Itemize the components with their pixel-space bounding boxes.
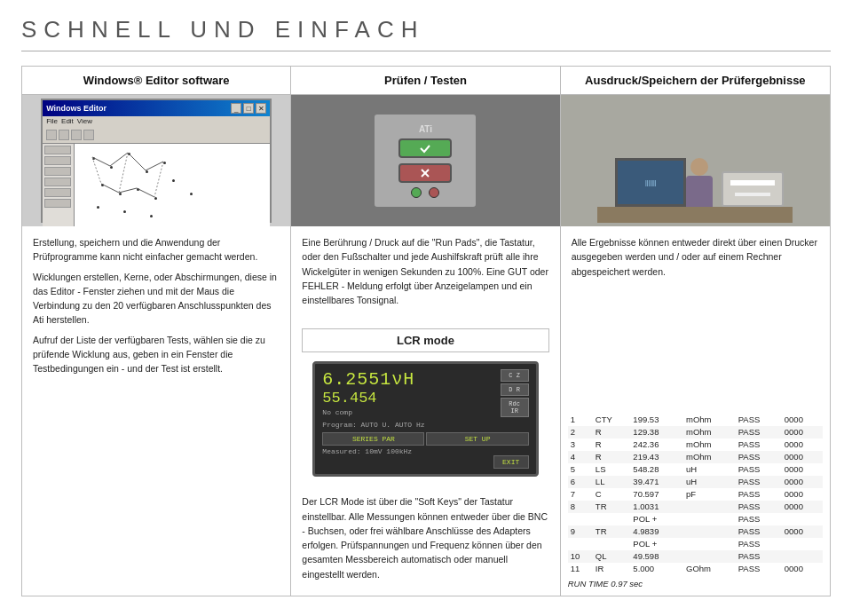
col-windows-editor: Windows® Editor software Windows Editor … xyxy=(22,67,291,596)
toolbar-btn-3[interactable] xyxy=(71,130,82,140)
lcr-rdcir-btn: Rdc IR xyxy=(501,398,529,417)
sidebar-btn-4[interactable] xyxy=(44,178,71,186)
result-status: PASS xyxy=(736,463,782,476)
sidebar-btn-6[interactable] xyxy=(44,199,71,208)
col-ausdruck-body: Alle Ergebnisse können entweder direkt ü… xyxy=(561,226,830,403)
toolbar-btn-4[interactable] xyxy=(83,130,94,140)
result-value: 548.28 xyxy=(630,463,683,476)
result-row-num: 9 xyxy=(568,525,593,538)
svg-line-5 xyxy=(119,188,137,193)
results-section: 1CTY199.53mOhmPASS00002R129.38mOhmPASS00… xyxy=(561,403,830,596)
svg-line-6 xyxy=(137,188,154,197)
table-row: 5LS548.28uHPASS0000 xyxy=(568,463,823,476)
win-maximize-btn[interactable]: □ xyxy=(243,103,254,114)
result-value: 219.43 xyxy=(630,451,683,463)
person-at-computer: ||||||| xyxy=(597,99,793,223)
result-type: LL xyxy=(593,476,631,488)
result-unit: uH xyxy=(683,463,736,476)
result-status: PASS xyxy=(736,563,782,575)
lcr-program: Program: AUTO U. AUTO Hz xyxy=(322,421,528,429)
lcr-para-1: Der LCR Mode ist über die "Soft Keys" de… xyxy=(302,494,548,581)
result-code: 0000 xyxy=(782,488,823,501)
lcr-values: 6.2551νH 55.454 No comp xyxy=(322,369,414,416)
lcr-sub-value: 55.454 xyxy=(322,390,414,407)
prufen-image: ATi xyxy=(291,95,559,226)
sidebar-btn-1[interactable] xyxy=(44,146,71,154)
result-status: PASS xyxy=(736,451,782,463)
result-sub-label: POL + xyxy=(630,513,735,525)
diagram-svg xyxy=(75,144,270,226)
result-status: PASS xyxy=(736,426,782,438)
result-value: 1.0031 xyxy=(630,501,683,513)
result-type: R xyxy=(593,438,631,451)
result-sub-status: PASS xyxy=(736,538,782,550)
lcr-top-row: 6.2551νH 55.454 No comp C Z D R Rdc IR xyxy=(322,369,528,417)
sidebar-btn-2[interactable] xyxy=(44,156,71,165)
win-main-area xyxy=(75,144,270,226)
result-code: 0000 xyxy=(782,426,823,438)
lcr-series-par-btn[interactable]: SERIES PAR xyxy=(322,432,424,446)
windows-editor-para-3: Aufruf der Liste der verfügbaren Tests, … xyxy=(33,333,280,376)
printer-paper-2 xyxy=(735,193,770,196)
ausdruck-para-1: Alle Ergebnisse können entweder direkt ü… xyxy=(572,235,819,279)
table-row-sub: POL +PASS xyxy=(568,513,823,525)
win-content xyxy=(43,144,270,226)
prufen-para-1: Eine Berührung / Druck auf die "Run Pads… xyxy=(302,235,548,307)
win-menu-edit[interactable]: Edit xyxy=(61,117,74,125)
lcr-mode-header: LCR mode xyxy=(302,328,548,352)
win-titlebar: Windows Editor _ □ ✕ xyxy=(43,100,270,116)
svg-line-4 xyxy=(101,184,119,193)
result-type: C xyxy=(593,488,631,501)
result-code: 0000 xyxy=(782,476,823,488)
sidebar-btn-3[interactable] xyxy=(44,167,71,176)
result-value: 129.38 xyxy=(630,426,683,438)
result-sub-code-empty xyxy=(782,538,823,550)
table-row: 8TR1.0031PASS0000 xyxy=(568,501,823,513)
result-sub-empty xyxy=(568,513,631,525)
lcr-no-comp: No comp xyxy=(322,408,414,416)
toolbar-btn-2[interactable] xyxy=(59,130,69,140)
toolbar-btn-1[interactable] xyxy=(46,130,57,140)
win-menu: File Edit View xyxy=(43,116,270,126)
win-minimize-btn[interactable]: _ xyxy=(231,103,241,114)
indicator-red xyxy=(429,187,439,198)
lcr-exit-btn[interactable]: EXIT xyxy=(493,455,529,469)
result-status: PASS xyxy=(736,488,782,501)
result-row-num: 4 xyxy=(568,451,593,463)
result-code: 0000 xyxy=(782,463,823,476)
lcr-dr-btn: D R xyxy=(501,383,529,396)
lcr-display: 6.2551νH 55.454 No comp C Z D R Rdc IR P… xyxy=(312,361,538,477)
windows-editor-image: Windows Editor _ □ ✕ File Edit View xyxy=(22,95,290,226)
result-unit: pF xyxy=(683,488,736,501)
table-row: 1CTY199.53mOhmPASS0000 xyxy=(568,414,823,426)
lcr-main-value: 6.2551νH xyxy=(322,369,414,390)
result-type: TR xyxy=(593,525,631,538)
col-windows-editor-header: Windows® Editor software xyxy=(22,67,290,95)
result-unit: mOhm xyxy=(683,414,736,426)
col-ausdruck-header: Ausdruck/Speichern der Prüfergebnisse xyxy=(561,67,830,95)
device-label: ATi xyxy=(419,124,432,134)
sidebar-btn-5[interactable] xyxy=(44,188,71,197)
lcr-setup-btn[interactable]: SET UP xyxy=(426,432,528,446)
lcr-cz-btn: C Z xyxy=(501,369,529,382)
main-grid: Windows® Editor software Windows Editor … xyxy=(21,66,831,596)
result-type: LS xyxy=(593,463,631,476)
lcr-right-column: C Z D R Rdc IR xyxy=(501,369,529,417)
result-unit xyxy=(683,501,736,513)
result-type: TR xyxy=(593,501,631,513)
col-prufen-header: Prüfen / Testen xyxy=(291,67,559,95)
table-row: 7C70.597pFPASS0000 xyxy=(568,488,823,501)
result-code: 0000 xyxy=(782,438,823,451)
result-row-num: 5 xyxy=(568,463,593,476)
table-row: 9TR4.9839PASS0000 xyxy=(568,525,823,538)
result-value: 5.000 xyxy=(630,563,683,575)
win-menu-file[interactable]: File xyxy=(46,117,58,125)
svg-line-3 xyxy=(146,162,163,170)
result-unit: mOhm xyxy=(683,426,736,438)
result-value: 199.53 xyxy=(630,414,683,426)
win-menu-view[interactable]: View xyxy=(77,117,92,125)
result-row-num: 6 xyxy=(568,476,593,488)
result-row-num: 2 xyxy=(568,426,593,438)
svg-line-9 xyxy=(154,162,163,197)
win-close-btn[interactable]: ✕ xyxy=(256,103,266,114)
